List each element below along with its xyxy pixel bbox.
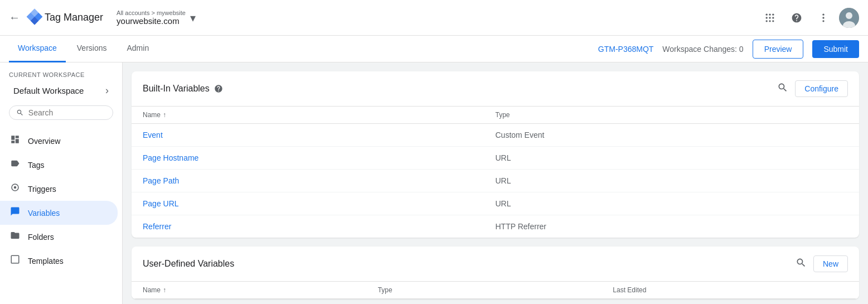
builtin-col-type: Type <box>496 111 848 119</box>
apps-icon[interactable] <box>759 7 781 29</box>
svg-point-20 <box>14 186 17 189</box>
account-dropdown-icon[interactable]: ▾ <box>190 11 196 25</box>
submit-button[interactable]: Submit <box>812 40 859 58</box>
variable-name-link[interactable]: Page Path <box>143 176 496 185</box>
tags-icon <box>9 158 21 171</box>
topbar: ← Tag Manager All accounts > mywebsite y… <box>0 0 868 36</box>
tab-workspace[interactable]: Workspace <box>9 36 66 62</box>
userdefined-col-type: Type <box>378 286 613 294</box>
builtin-variables-actions: Configure <box>777 80 848 97</box>
builtin-variables-header: Built-In Variables Configure <box>132 71 859 107</box>
userdefined-col-name-label: Name <box>143 286 161 294</box>
builtin-variables-title: Built-In Variables <box>143 84 223 94</box>
account-name: yourwebsite.com <box>117 16 186 26</box>
sort-arrow-icon: ↑ <box>163 286 166 294</box>
content-area: Built-In Variables Configure Na <box>123 62 868 304</box>
svg-point-9 <box>772 17 774 18</box>
sidebar-item-tags[interactable]: Tags <box>0 153 118 177</box>
sidebar-item-folders-label: Folders <box>28 233 54 242</box>
folders-icon <box>9 230 21 243</box>
sort-arrow-icon: ↑ <box>163 111 166 119</box>
sidebar-item-folders[interactable]: Folders <box>0 225 118 249</box>
userdefined-col-name: Name ↑ <box>143 286 378 294</box>
preview-button[interactable]: Preview <box>753 40 804 59</box>
builtin-help-icon[interactable] <box>214 84 223 93</box>
builtin-table-header: Name ↑ Type <box>132 107 859 124</box>
new-variable-button[interactable]: New <box>813 255 848 272</box>
variables-icon <box>9 206 21 219</box>
userdefined-table-header: Name ↑ Type Last Edited <box>132 282 859 299</box>
tab-versions[interactable]: Versions <box>68 36 116 62</box>
svg-point-17 <box>846 12 852 19</box>
builtin-col-name: Name ↑ <box>143 111 496 119</box>
main-layout: CURRENT WORKSPACE Default Workspace › Ov… <box>0 62 868 304</box>
tab-admin[interactable]: Admin <box>118 36 158 62</box>
topbar-right <box>759 7 859 29</box>
sidebar-item-templates[interactable]: Templates <box>0 249 118 273</box>
table-row: Page Hostname URL <box>132 147 859 170</box>
triggers-icon <box>9 182 21 195</box>
gtm-id[interactable]: GTM-P368MQT <box>598 45 654 54</box>
userdefined-variables-title: User-Defined Variables <box>143 259 234 269</box>
workspace-changes: Workspace Changes: 0 <box>662 45 743 54</box>
overview-icon <box>9 134 21 147</box>
builtin-col-type-label: Type <box>496 111 510 119</box>
avatar[interactable] <box>839 8 859 28</box>
svg-point-15 <box>822 20 824 22</box>
search-input[interactable] <box>28 108 106 117</box>
svg-point-11 <box>769 20 770 22</box>
svg-point-5 <box>769 13 770 15</box>
svg-point-10 <box>766 20 768 22</box>
builtin-search-button[interactable] <box>777 82 788 96</box>
svg-point-8 <box>769 17 770 18</box>
sidebar-item-variables-label: Variables <box>28 209 60 218</box>
variable-name-link[interactable]: Event <box>143 131 496 139</box>
userdefined-col-type-label: Type <box>378 286 392 294</box>
current-workspace-label: CURRENT WORKSPACE <box>0 62 122 80</box>
workspace-selector[interactable]: Default Workspace › <box>4 80 118 101</box>
svg-point-13 <box>822 13 824 15</box>
workspace-chevron-icon: › <box>105 85 109 96</box>
table-row: Page URL URL <box>132 192 859 215</box>
sidebar-item-variables[interactable]: Variables <box>0 201 118 225</box>
account-info: All accounts > mywebsite yourwebsite.com <box>117 9 186 26</box>
help-icon[interactable] <box>785 7 808 29</box>
builtin-variables-title-text: Built-In Variables <box>143 84 210 94</box>
app-title: Tag Manager <box>45 12 103 23</box>
nav-items: Overview Tags Triggers Variables <box>0 129 122 273</box>
variable-name-link[interactable]: Page URL <box>143 199 496 208</box>
userdefined-variables-title-text: User-Defined Variables <box>143 259 234 269</box>
variable-name-link[interactable]: Page Hostname <box>143 153 496 162</box>
search-icon <box>16 108 24 117</box>
workspace-name: Default Workspace <box>13 86 84 95</box>
sidebar-item-overview[interactable]: Overview <box>0 129 118 153</box>
app-logo <box>25 7 45 28</box>
svg-point-4 <box>766 13 768 15</box>
svg-point-7 <box>766 17 768 18</box>
builtin-variables-card: Built-In Variables Configure Na <box>132 71 859 238</box>
variable-type: URL <box>496 153 848 162</box>
variable-name-link[interactable]: Referrer <box>143 222 496 231</box>
table-row: Referrer HTTP Referrer <box>132 215 859 238</box>
sidebar: CURRENT WORKSPACE Default Workspace › Ov… <box>0 62 123 304</box>
builtin-col-name-label: Name <box>143 111 161 119</box>
sidebar-item-triggers[interactable]: Triggers <box>0 177 118 201</box>
userdefined-variables-header: User-Defined Variables New <box>132 247 859 282</box>
table-row: Event Custom Event <box>132 124 859 147</box>
userdefined-col-lastedited: Last Edited <box>613 286 848 294</box>
configure-button[interactable]: Configure <box>795 80 848 97</box>
back-button[interactable]: ← <box>9 11 20 24</box>
sidebar-item-triggers-label: Triggers <box>28 185 56 194</box>
variable-type: Custom Event <box>496 131 848 139</box>
userdefined-col-lastedited-label: Last Edited <box>613 286 646 294</box>
svg-point-12 <box>772 20 774 22</box>
sidebar-item-templates-label: Templates <box>28 257 64 266</box>
templates-icon <box>9 254 21 267</box>
sidebar-item-overview-label: Overview <box>28 137 60 146</box>
userdefined-search-button[interactable] <box>796 257 807 271</box>
userdefined-variables-card: User-Defined Variables New Name ↑ <box>132 247 859 299</box>
table-row: Page Path URL <box>132 170 859 192</box>
userdefined-variables-actions: New <box>796 255 848 272</box>
more-options-icon[interactable] <box>812 7 835 29</box>
nav-tabs: Workspace Versions Admin GTM-P368MQT Wor… <box>0 36 868 62</box>
